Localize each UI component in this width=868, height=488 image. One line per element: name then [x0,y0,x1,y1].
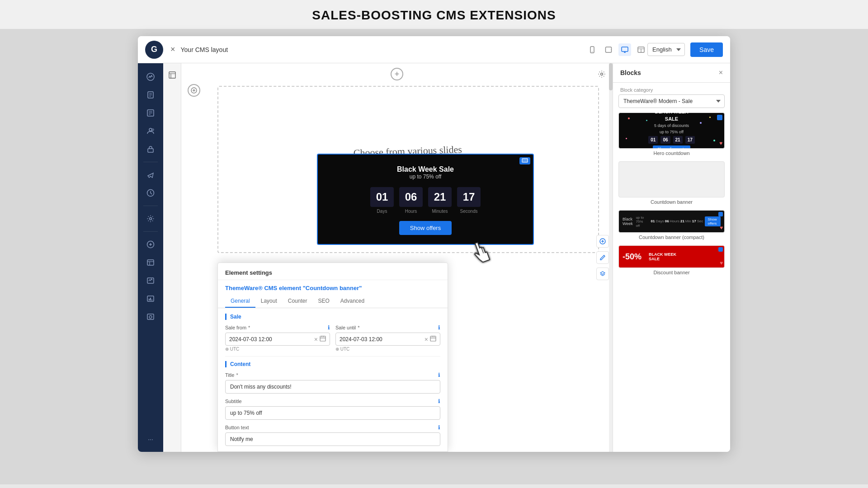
svg-rect-21 [148,149,153,152]
block-item-countdown-banner[interactable]: Countdown banner [618,161,725,205]
language-selector[interactable]: English [647,43,685,56]
sale-until-timezone: UTC [335,347,440,352]
header-actions: English Save [647,42,723,57]
layout-tool[interactable] [165,68,179,82]
title-info[interactable]: ℹ [438,372,440,378]
favorite-icon[interactable]: ♥ [719,140,722,146]
canvas-add-button-left[interactable] [188,84,200,97]
settings-panel-header: Element settings [218,263,448,280]
canvas-toolbar [163,63,181,452]
sale-until-calendar[interactable] [430,335,436,343]
canvas-add-section[interactable] [596,235,609,248]
subtitle-info[interactable]: ℹ [438,398,440,404]
svg-rect-53 [430,336,436,341]
svg-rect-25 [147,260,154,265]
block-thumb-discount-banner: -50% BLACK WEEK SALE ♥ [618,245,725,268]
sale-from-field[interactable] [229,336,312,343]
sidebar-more[interactable]: ··· [148,436,153,446]
sale-from-group: Sale from * ℹ × [225,324,330,352]
sidebar-icon-reports2[interactable] [142,272,159,289]
block-thumb-countdown-banner [618,161,725,197]
sale-until-field[interactable] [340,336,423,343]
countdown-timer: 01 Days 06 Hours 21 Minutes 17 [327,187,524,214]
cms-logo: G [145,41,163,59]
sidebar-icon-content[interactable] [142,105,159,121]
button-text-info[interactable]: ℹ [438,424,440,431]
sale-from-info[interactable]: ℹ [328,324,330,331]
sidebar-icon-analytics[interactable] [142,69,159,85]
svg-rect-4 [622,47,628,52]
blocks-panel-close[interactable]: × [719,69,723,77]
tab-seo[interactable]: SEO [312,295,335,308]
sale-from-label: Sale from * ℹ [225,324,330,331]
sale-until-clear[interactable]: × [425,336,428,343]
countdown-banner-preview: Black Week Sale up to 75% off 01 Days 06… [317,154,534,245]
close-button[interactable]: × [170,45,175,54]
svg-rect-31 [150,298,151,300]
tab-general[interactable]: General [225,295,255,308]
countdown-cta-button[interactable]: Show offers [399,221,452,235]
block-thumb-hero-countdown: BLACK WEEK SALE 5 days of discounts up t… [618,113,725,149]
sale-from-input[interactable]: × [225,333,330,346]
tab-advanced[interactable]: Advanced [335,295,370,308]
timer-seconds: 17 Seconds [457,187,481,214]
tablet-view-button[interactable] [602,43,615,56]
sidebar-icon-products[interactable] [142,141,159,157]
block-category-select[interactable]: ThemeWare® Modern - Sale [618,94,725,108]
block-label-countdown-banner: Countdown banner [618,199,725,205]
banner-subtitle: up to 75% off [327,174,524,180]
block-item-countdown-compact[interactable]: Black Week up to 75% off 01 Days 06 Hour… [618,210,725,240]
sale-dates-row: Sale from * ℹ × [225,324,440,352]
title-group: Title * ℹ [225,372,440,394]
svg-rect-32 [151,300,152,300]
canvas-area: + Choose from various slideswith extreme… [181,63,613,452]
sidebar-icon-users[interactable] [142,123,159,139]
block-label-countdown-compact: Countdown banner (compact) [618,235,725,240]
desktop-view-button[interactable] [618,43,631,56]
canvas-add-button-top[interactable]: + [391,68,403,80]
canvas-settings-button[interactable] [595,68,608,80]
title-input[interactable] [225,380,440,394]
subtitle-input[interactable] [225,406,440,420]
block-item-hero-countdown[interactable]: BLACK WEEK SALE 5 days of discounts up t… [618,113,725,156]
block-label-discount-banner: Discount banner [618,270,725,275]
timer-hours: 06 Hours [399,187,423,214]
sale-until-info[interactable]: ℹ [438,324,440,331]
canvas-layers[interactable] [596,267,609,280]
sidebar-icon-pages[interactable] [142,87,159,103]
favorite-discount-icon[interactable]: ♥ [720,260,723,266]
sale-from-timezone: UTC [225,347,330,352]
canvas-edit-section[interactable] [596,251,609,264]
sale-until-input[interactable]: × [335,333,440,346]
sidebar-icon-addons[interactable] [142,236,159,253]
tab-counter[interactable]: Counter [283,295,313,308]
sidebar-icon-reports3[interactable] [142,291,159,307]
sidebar-icon-marketing[interactable] [142,167,159,183]
block-category-label: Block category [613,83,730,94]
button-text-input[interactable] [225,432,440,446]
sidebar-icon-settings[interactable] [142,211,159,227]
sale-from-calendar[interactable] [320,335,326,343]
right-panel-header: Blocks × [613,63,730,83]
right-panel: Blocks × Block category ThemeWare® Moder… [613,63,730,452]
tab-layout[interactable]: Layout [255,295,283,308]
left-sidebar: ··· [138,63,163,452]
svg-point-38 [601,73,603,75]
mobile-view-button[interactable] [586,43,599,56]
favorite-compact-icon[interactable]: ♥ [720,225,723,231]
svg-point-23 [150,218,152,220]
cms-header: G × Your CMS layout Eng [138,36,730,63]
badge-discount-icon [718,247,723,252]
sidebar-icon-reports4[interactable] [142,309,159,325]
settings-tabs: General Layout Counter SEO Advanced [218,291,448,308]
sale-from-clear[interactable]: × [314,336,318,343]
svg-rect-35 [169,72,175,78]
banner-type-icon [519,157,530,164]
layout-view-button[interactable] [635,43,647,56]
canvas-scroll-thumb[interactable] [609,63,613,90]
sidebar-icon-automation[interactable] [142,185,159,201]
canvas-scrollbar[interactable] [609,63,613,452]
sidebar-icon-reports1[interactable] [142,254,159,271]
block-item-discount-banner[interactable]: -50% BLACK WEEK SALE ♥ Discount banner [618,245,725,275]
save-button[interactable]: Save [690,42,723,57]
